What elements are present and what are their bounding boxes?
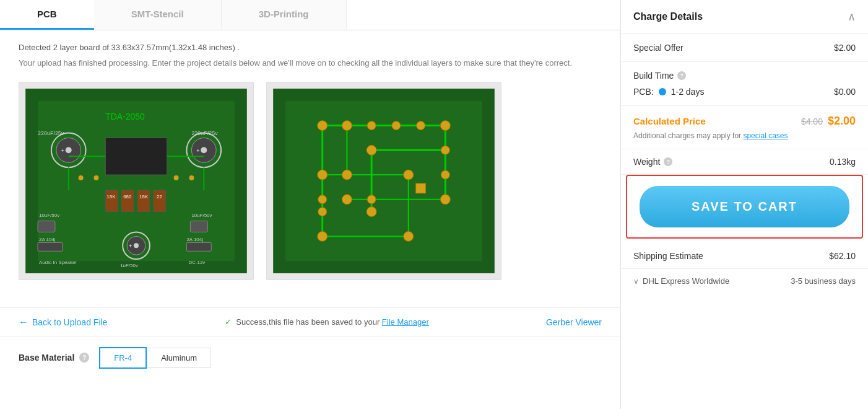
svg-point-40 [189, 175, 194, 180]
calculated-price-label: Calculated Price [633, 116, 706, 126]
svg-point-77 [318, 207, 327, 216]
save-to-cart-wrapper: SAVE TO CART [626, 175, 863, 239]
svg-point-39 [174, 175, 179, 180]
pcb-front-image: TDA-2050 220uF/25v + 220uF/25v + [19, 82, 254, 280]
charge-details-title: Charge Details [633, 11, 703, 22]
dhl-chevron-icon[interactable]: ∨ [633, 277, 639, 286]
dhl-row: ∨ DHL Express Worldwide 3-5 business day… [621, 269, 868, 293]
dhl-days: 3-5 business days [791, 276, 856, 286]
base-material-row: Base Material ? FR-4 Aluminum [0, 336, 620, 379]
detection-text: Detected 2 layer board of 33.63x37.57mm(… [19, 43, 602, 52]
svg-point-57 [318, 120, 328, 130]
svg-point-71 [417, 121, 425, 130]
svg-text:1uF/50v: 1uF/50v [120, 263, 138, 268]
svg-point-37 [79, 175, 84, 180]
shipping-row: Shipping Estimate $62.10 [621, 244, 868, 269]
build-time-value: $0.00 [834, 87, 856, 97]
calculated-price-section: Calculated Price $4.00 $2.00 Additional … [621, 106, 868, 149]
svg-point-11 [201, 147, 207, 153]
shipping-value: $62.10 [829, 251, 856, 261]
svg-point-32 [134, 243, 139, 248]
svg-point-63 [342, 170, 352, 180]
svg-rect-69 [416, 183, 426, 193]
dhl-label: DHL Express Worldwide [643, 276, 729, 286]
right-panel: Charge Details ∧ Special Offer $2.00 Bui… [620, 0, 868, 409]
weight-value: 0.13kg [830, 157, 856, 167]
tab-3d-printing[interactable]: 3D-Printing [222, 0, 347, 30]
build-time-row: PCB: 1-2 days $0.00 [633, 87, 856, 97]
svg-point-58 [440, 120, 450, 130]
svg-point-61 [318, 170, 328, 180]
back-arrow-icon: ← [19, 317, 28, 328]
svg-rect-29 [186, 242, 211, 251]
old-price: $4.00 [801, 117, 823, 126]
material-fr4-button[interactable]: FR-4 [99, 347, 147, 369]
special-offer-value: $2.00 [834, 43, 856, 53]
weight-help-icon[interactable]: ? [664, 157, 672, 166]
svg-rect-13 [105, 138, 167, 175]
weight-row: Weight ? 0.13kg [621, 149, 868, 175]
svg-text:10uF/50v: 10uF/50v [39, 212, 59, 218]
special-offer-row: Special Offer $2.00 [621, 34, 868, 62]
gerber-viewer-link[interactable]: Gerber Viewer [546, 317, 602, 327]
svg-point-74 [441, 170, 449, 179]
svg-text:18K: 18K [139, 193, 149, 199]
svg-point-70 [392, 121, 401, 130]
svg-point-38 [93, 175, 98, 180]
svg-point-76 [318, 195, 327, 203]
shipping-label: Shipping Estimate [633, 251, 703, 261]
svg-text:+: + [196, 147, 199, 154]
back-to-upload-link[interactable]: ← Back to Upload File [19, 317, 107, 328]
pcb-back-image [266, 82, 501, 280]
build-time-pcb: PCB: 1-2 days [633, 87, 704, 97]
material-aluminum-button[interactable]: Aluminum [147, 348, 211, 368]
build-time-section: Build Time ? PCB: 1-2 days $0.00 [621, 62, 868, 106]
tab-smt-stencil[interactable]: SMT-Stencil [94, 0, 222, 30]
save-to-cart-button[interactable]: SAVE TO CART [640, 186, 849, 227]
svg-rect-23 [38, 221, 55, 232]
calculated-price-row: Calculated Price $4.00 $2.00 [633, 115, 856, 128]
charge-details-header: Charge Details ∧ [621, 0, 868, 34]
file-manager-link[interactable]: File Manager [382, 317, 429, 327]
svg-text:Audio In  Speaker: Audio In Speaker [39, 260, 77, 265]
svg-point-66 [404, 231, 414, 241]
special-cases-link[interactable]: special cases [743, 131, 788, 140]
svg-point-62 [342, 120, 352, 130]
svg-text:2A 104j: 2A 104j [39, 237, 56, 242]
new-price: $2.00 [828, 115, 856, 128]
svg-point-68 [342, 194, 352, 204]
success-message: ✓ Success,this file has been saved to yo… [225, 317, 429, 327]
build-time-label: Build Time ? [633, 71, 856, 81]
svg-rect-27 [38, 242, 63, 251]
bottom-bar: ← Back to Upload File ✓ Success,this fil… [0, 307, 620, 336]
base-material-help-icon[interactable]: ? [79, 353, 89, 363]
svg-point-59 [367, 145, 376, 155]
svg-text:2A 104j: 2A 104j [186, 237, 203, 242]
dhl-left: ∨ DHL Express Worldwide [633, 276, 729, 286]
additional-charges-note: Additional charges may apply for special… [633, 131, 856, 140]
svg-text:18K: 18K [106, 193, 116, 199]
weight-label: Weight ? [633, 157, 682, 167]
info-text: Your upload has finished processing. Ent… [19, 57, 602, 69]
svg-text:DC-12v: DC-12v [188, 260, 205, 265]
tab-bar: PCB SMT-Stencil 3D-Printing [0, 0, 620, 30]
svg-point-75 [367, 195, 376, 203]
special-offer-label: Special Offer [633, 43, 684, 53]
svg-point-65 [318, 231, 328, 241]
svg-point-72 [367, 121, 376, 130]
svg-text:+: + [61, 147, 64, 154]
tab-pcb[interactable]: PCB [0, 0, 94, 30]
build-time-help-icon[interactable]: ? [677, 71, 686, 80]
svg-text:TDA-2050: TDA-2050 [105, 111, 145, 121]
calculated-price-values: $4.00 $2.00 [801, 115, 856, 128]
pcb-images: TDA-2050 220uF/25v + 220uF/25v + [19, 82, 602, 280]
content-body: Detected 2 layer board of 33.63x37.57mm(… [0, 30, 620, 307]
svg-point-67 [367, 206, 376, 216]
svg-point-64 [440, 194, 450, 204]
svg-text:680: 680 [123, 193, 132, 199]
svg-point-60 [404, 170, 414, 180]
svg-text:22: 22 [157, 193, 162, 199]
collapse-icon[interactable]: ∧ [848, 10, 856, 24]
svg-point-73 [441, 146, 449, 154]
blue-dot-icon [659, 88, 666, 95]
